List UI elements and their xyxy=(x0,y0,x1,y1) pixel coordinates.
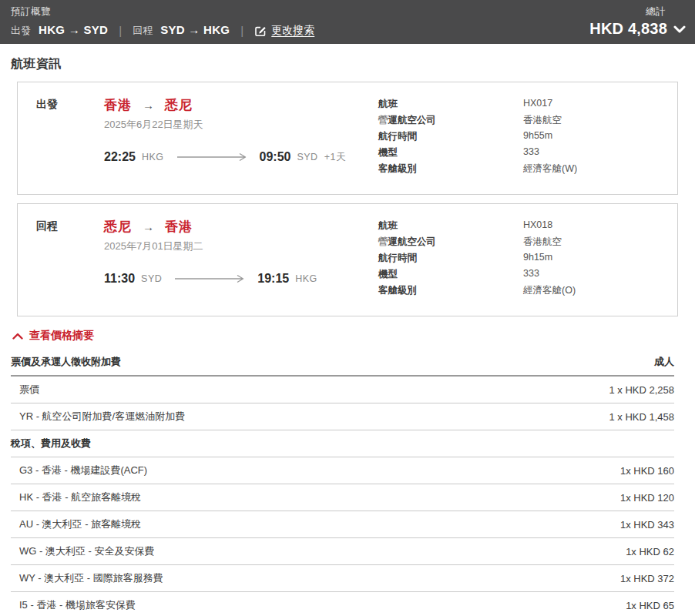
detail-label: 航行時間 xyxy=(378,252,523,265)
routes-row: 出發 HKG → SYD | 回程 SYD → HKG | 更改搜索 xyxy=(11,23,314,38)
outbound-label: 出發 xyxy=(11,24,31,38)
detail-row: 營運航空公司香港航空 xyxy=(378,114,662,127)
flight-times: 11:30 SYD 19:15 HKG xyxy=(104,272,378,286)
detail-row: 航行時間9h55m xyxy=(378,130,662,143)
arrival-time: 19:15 xyxy=(257,272,289,286)
flight-direction-label: 回程 xyxy=(36,218,104,300)
route-cities: 悉尼 → 香港 xyxy=(104,218,378,236)
arrival-day-offset: +1天 xyxy=(324,151,346,164)
fare-section-title: 票價及承運人徵收附加費 xyxy=(11,355,121,369)
detail-row: 機型333 xyxy=(378,268,662,281)
departure-time: 22:25 xyxy=(104,150,136,164)
change-search-link[interactable]: 更改搜索 xyxy=(254,24,314,38)
flight-details: 航班HX018 營運航空公司香港航空 航行時間9h15m 機型333 客艙級別經… xyxy=(378,218,662,300)
outbound-route-codes: HKG → SYD xyxy=(39,23,108,36)
route-cities: 香港 → 悉尼 xyxy=(104,96,378,114)
flight-times: 22:25 HKG 09:50 SYD +1天 xyxy=(104,150,378,164)
change-search-label: 更改搜索 xyxy=(271,24,314,38)
booking-overview-left: 預訂概覽 出發 HKG → SYD | 回程 SYD → HKG | 更改搜索 xyxy=(11,5,314,38)
price-table: 票價及承運人徵收附加費 成人 票價1 x HKD 2,258 YR - 航空公司… xyxy=(11,350,674,616)
detail-value: 9h15m xyxy=(523,252,552,265)
flight-route-block: 悉尼 → 香港 2025年7月01日星期二 11:30 SYD 19:15 HK… xyxy=(104,218,378,300)
topbar-total-row: HKD 4,838 xyxy=(589,20,686,38)
adult-column-header: 成人 xyxy=(654,355,674,369)
arrival-time: 09:50 xyxy=(260,150,291,164)
flight-arrow-icon xyxy=(176,152,247,162)
price-row-yr-surcharge: YR - 航空公司附加費/客運燃油附加費1 x HKD 1,458 xyxy=(11,403,674,430)
route-arrow-icon: → xyxy=(143,220,154,233)
origin-city: 悉尼 xyxy=(104,218,132,236)
booking-overview-bar: 預訂概覽 出發 HKG → SYD | 回程 SYD → HKG | 更改搜索 xyxy=(0,0,695,44)
flight-details: 航班HX017 營運航空公司香港航空 航行時間9h55m 機型333 客艙級別經… xyxy=(378,96,662,179)
detail-label: 營運航空公司 xyxy=(378,236,523,249)
destination-city: 悉尼 xyxy=(165,96,193,114)
detail-row: 航班HX017 xyxy=(378,98,662,111)
price-row-g3: G3 - 香港 - 機場建設費(ACF)1x HKD 160 xyxy=(11,457,674,484)
detail-row: 客艙級別經濟客艙(O) xyxy=(378,284,662,297)
flight-route-block: 香港 → 悉尼 2025年6月22日星期天 22:25 HKG 09:50 SY… xyxy=(104,96,378,179)
flight-direction-label: 出發 xyxy=(36,96,104,179)
departure-airport-code: HKG xyxy=(142,152,164,162)
detail-value: HX018 xyxy=(523,219,552,233)
arrival-airport-code: SYD xyxy=(297,152,317,162)
price-row-hk: HK - 香港 - 航空旅客離境稅1x HKD 120 xyxy=(11,484,674,511)
return-route-summary: 回程 SYD → HKG xyxy=(133,23,230,38)
route-arrow-icon: → xyxy=(143,99,154,112)
outbound-route-summary: 出發 HKG → SYD xyxy=(11,23,108,38)
divider: | xyxy=(239,24,245,37)
detail-row: 航行時間9h15m xyxy=(378,252,662,265)
price-summary-toggle[interactable]: 查看價格摘要 xyxy=(12,329,695,343)
divider: | xyxy=(117,24,123,37)
price-row-au: AU - 澳大利亞 - 旅客離境稅1x HKD 343 xyxy=(11,511,674,538)
topbar-total-label: 總計 xyxy=(646,5,666,18)
detail-value: 333 xyxy=(523,146,539,159)
price-summary-toggle-label: 查看價格摘要 xyxy=(29,329,94,343)
origin-city: 香港 xyxy=(104,96,132,114)
detail-row: 客艙級別經濟客艙(W) xyxy=(378,162,662,176)
flight-arrow-icon xyxy=(174,274,245,283)
departure-airport-code: SYD xyxy=(141,273,162,284)
flight-date: 2025年7月01日星期二 xyxy=(104,239,378,253)
chevron-up-icon xyxy=(12,332,23,340)
taxes-section-title: 稅項、費用及收費 xyxy=(11,430,674,457)
detail-value: 9h55m xyxy=(523,130,552,143)
detail-value: 香港航空 xyxy=(523,236,562,249)
detail-label: 機型 xyxy=(378,268,523,281)
detail-value: 333 xyxy=(523,268,539,281)
detail-value: 香港航空 xyxy=(523,114,562,127)
detail-row: 機型333 xyxy=(378,146,662,159)
detail-row: 航班HX018 xyxy=(378,219,662,233)
topbar-total-value: HKD 4,838 xyxy=(589,20,667,38)
arrival-airport-code: HKG xyxy=(295,273,317,284)
price-row-i5: I5 - 香港 - 機場旅客安保費1x HKD 65 xyxy=(11,592,674,616)
edit-pencil-icon xyxy=(254,25,267,37)
detail-label: 客艙級別 xyxy=(378,162,523,176)
flight-date: 2025年6月22日星期天 xyxy=(104,118,378,132)
detail-row: 營運航空公司香港航空 xyxy=(378,236,662,249)
booking-overview-title: 預訂概覽 xyxy=(11,5,314,18)
booking-total-block: 總計 HKD 4,838 xyxy=(589,5,686,38)
detail-value: HX017 xyxy=(523,98,552,111)
detail-label: 營運航空公司 xyxy=(378,114,523,127)
price-row-wy: WY - 澳大利亞 - 國際旅客服務費1x HKD 372 xyxy=(11,565,674,592)
chevron-down-icon[interactable] xyxy=(673,25,686,34)
detail-label: 機型 xyxy=(378,146,523,159)
flight-card-outbound: 出發 香港 → 悉尼 2025年6月22日星期天 22:25 HKG 09:50… xyxy=(17,82,678,195)
detail-label: 客艙級別 xyxy=(378,284,523,297)
detail-label: 航班 xyxy=(378,98,523,111)
destination-city: 香港 xyxy=(165,218,193,236)
return-label: 回程 xyxy=(133,24,153,38)
flight-card-return: 回程 悉尼 → 香港 2025年7月01日星期二 11:30 SYD 19:15… xyxy=(17,203,678,316)
detail-label: 航班 xyxy=(378,219,523,233)
price-row-fare: 票價1 x HKD 2,258 xyxy=(11,377,674,403)
detail-value: 經濟客艙(O) xyxy=(523,284,576,297)
detail-label: 航行時間 xyxy=(378,130,523,143)
detail-value: 經濟客艙(W) xyxy=(523,162,577,176)
return-route-codes: SYD → HKG xyxy=(160,23,230,36)
price-table-header: 票價及承運人徵收附加費 成人 xyxy=(11,350,674,377)
page-title: 航班資訊 xyxy=(11,56,695,72)
price-row-wg: WG - 澳大利亞 - 安全及安保費1x HKD 62 xyxy=(11,538,674,565)
departure-time: 11:30 xyxy=(104,272,135,286)
